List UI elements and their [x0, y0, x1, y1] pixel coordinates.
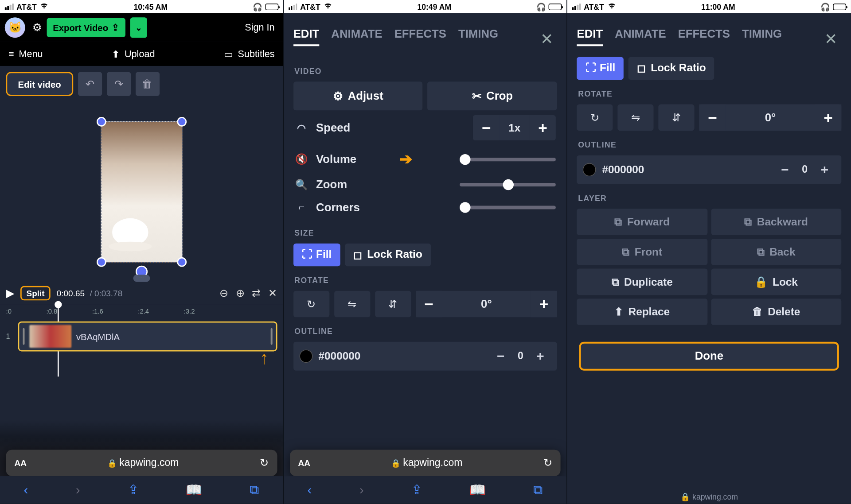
drag-handle[interactable]: ⋯: [133, 275, 150, 282]
lock-ratio-button[interactable]: ◻Lock Ratio: [345, 244, 431, 266]
tab-animate[interactable]: ANIMATE: [615, 27, 666, 46]
resize-handle-br[interactable]: [177, 257, 187, 267]
forward-icon[interactable]: ›: [76, 482, 80, 498]
fill-button[interactable]: ⛶Fill: [577, 57, 624, 80]
outline-color-swatch[interactable]: [299, 349, 312, 363]
volume-slider[interactable]: [460, 157, 556, 161]
flip-v-button[interactable]: ⇵: [659, 105, 695, 131]
share-icon[interactable]: ⇪: [411, 482, 422, 498]
close-panel-icon[interactable]: ✕: [540, 30, 554, 49]
upload-button[interactable]: ⬆Upload: [112, 48, 155, 60]
crop-button[interactable]: ✂Crop: [428, 81, 557, 110]
edit-video-button[interactable]: Edit video: [6, 72, 73, 96]
tab-edit[interactable]: EDIT: [577, 27, 603, 46]
share-icon[interactable]: ⇪: [128, 482, 138, 498]
layer-backward-button[interactable]: ⧉Backward: [711, 209, 841, 235]
canvas[interactable]: ⋯: [0, 102, 283, 282]
outline-increase[interactable]: +: [530, 345, 551, 367]
fit-icon[interactable]: ⇄: [252, 287, 261, 300]
flip-v-button[interactable]: ⇵: [375, 291, 411, 318]
close-panel-icon[interactable]: ✕: [824, 30, 838, 49]
play-button[interactable]: ▶: [6, 287, 15, 300]
avatar[interactable]: 🐱: [5, 17, 25, 38]
rotate-button[interactable]: ↻: [293, 291, 329, 318]
forward-icon[interactable]: ›: [359, 482, 364, 498]
undo-button[interactable]: ↶: [78, 72, 102, 96]
video-clip[interactable]: vBAqMDlA: [18, 322, 277, 352]
outline-controls[interactable]: #000000 − 0 +: [293, 342, 557, 371]
outline-decrease[interactable]: −: [490, 345, 511, 367]
reload-icon[interactable]: ↻: [543, 456, 552, 469]
tab-effects[interactable]: EFFECTS: [678, 27, 730, 46]
tabs-icon[interactable]: ⧉: [250, 482, 259, 498]
text-size-button[interactable]: AA: [14, 458, 26, 468]
layer-forward-button[interactable]: ⧉Forward: [577, 209, 707, 235]
safari-address-bar[interactable]: AA 🔒kapwing.com ↻: [6, 450, 277, 477]
layer-lock-button[interactable]: 🔒Lock: [711, 269, 841, 295]
resize-handle-tl[interactable]: [97, 117, 106, 127]
speed-value: 1x: [500, 121, 530, 134]
corners-slider[interactable]: [460, 205, 556, 209]
tab-animate[interactable]: ANIMATE: [331, 27, 382, 46]
layer-replace-button[interactable]: ⬆Replace: [577, 299, 707, 325]
export-video-button[interactable]: Export Video ⇪: [47, 18, 126, 37]
rotate-decrease[interactable]: −: [699, 105, 726, 131]
rotate-stepper[interactable]: − 0° +: [699, 105, 841, 131]
rotate-decrease[interactable]: −: [416, 291, 442, 318]
rotate-increase[interactable]: +: [531, 291, 557, 318]
speed-decrease[interactable]: −: [473, 115, 500, 140]
redo-button[interactable]: ↷: [107, 72, 131, 96]
tab-timing[interactable]: TIMING: [742, 27, 782, 46]
video-layer[interactable]: [101, 121, 182, 263]
safari-address-bar[interactable]: AA 🔒kapwing.com ↻: [290, 450, 561, 477]
flip-h-button[interactable]: ⇋: [334, 291, 370, 318]
tabs-icon[interactable]: ⧉: [533, 482, 543, 498]
layer-back-button[interactable]: ⧉Back: [711, 239, 841, 265]
tab-timing[interactable]: TIMING: [458, 27, 498, 46]
reload-icon[interactable]: ↻: [260, 456, 269, 469]
rotate-button[interactable]: ↻: [577, 105, 613, 131]
outline-controls[interactable]: #000000 − 0 +: [577, 155, 842, 184]
text-size-button[interactable]: AA: [298, 458, 310, 468]
bookmarks-icon[interactable]: 📖: [469, 482, 486, 498]
menu-button[interactable]: ≡Menu: [8, 49, 43, 59]
clip-handle-right[interactable]: [270, 328, 272, 345]
outline-color-swatch[interactable]: [583, 163, 596, 176]
preview-content: [112, 218, 148, 245]
layer-duplicate-button[interactable]: ⧉Duplicate: [577, 269, 707, 295]
fill-button[interactable]: ⛶Fill: [293, 244, 340, 266]
adjust-button[interactable]: ⚙Adjust: [293, 81, 423, 110]
split-button[interactable]: Split: [20, 286, 51, 300]
flip-h-button[interactable]: ⇋: [618, 105, 654, 131]
sign-in-link[interactable]: Sign In: [241, 22, 278, 33]
outline-increase[interactable]: +: [814, 159, 835, 181]
zoom-out-icon[interactable]: ⊖: [219, 287, 228, 300]
bookmarks-icon[interactable]: 📖: [186, 482, 202, 498]
canvas-toolbar: Edit video ↶ ↷ 🗑: [0, 66, 283, 102]
zoom-slider[interactable]: [460, 183, 556, 186]
subtitles-button[interactable]: ▭Subtitles: [224, 48, 274, 60]
close-timeline-icon[interactable]: ✕: [268, 287, 277, 300]
crop-icon: ✂: [472, 89, 482, 103]
export-dropdown[interactable]: ⌄: [130, 17, 147, 38]
layer-delete-button[interactable]: 🗑Delete: [711, 299, 841, 325]
timeline-ruler[interactable]: :0 :0.8 :1.6 :2.4 :3.2: [0, 305, 283, 318]
done-button[interactable]: Done: [579, 342, 839, 371]
speed-stepper[interactable]: − 1x +: [473, 115, 556, 140]
clip-handle-left[interactable]: [23, 328, 24, 345]
rotate-increase[interactable]: +: [815, 105, 842, 131]
zoom-in-icon[interactable]: ⊕: [236, 287, 245, 300]
outline-decrease[interactable]: −: [774, 159, 796, 181]
back-icon[interactable]: ‹: [308, 482, 312, 498]
settings-icon[interactable]: ⚙: [32, 21, 42, 34]
layer-front-button[interactable]: ⧉Front: [577, 239, 707, 265]
speed-increase[interactable]: +: [530, 115, 556, 140]
rotate-stepper[interactable]: − 0° +: [416, 291, 557, 318]
lock-ratio-button[interactable]: ◻Lock Ratio: [628, 57, 714, 80]
resize-handle-bl[interactable]: [97, 257, 106, 267]
resize-handle-tr[interactable]: [177, 117, 187, 127]
tab-effects[interactable]: EFFECTS: [394, 27, 446, 46]
back-icon[interactable]: ‹: [24, 482, 28, 498]
delete-button[interactable]: 🗑: [136, 72, 160, 96]
tab-edit[interactable]: EDIT: [293, 27, 320, 46]
